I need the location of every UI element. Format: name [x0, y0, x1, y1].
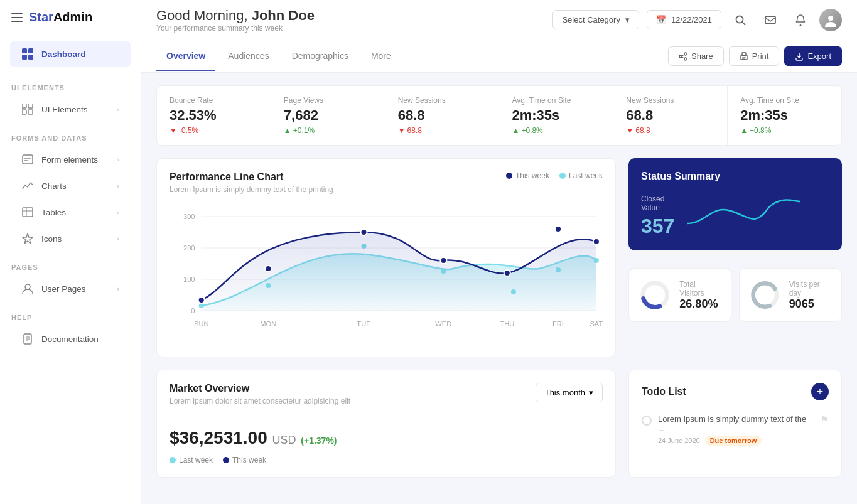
svg-rect-4	[22, 104, 26, 108]
sidebar-dashboard-label: Dashboard	[41, 50, 119, 59]
sidebar-item-ui-elements[interactable]: UI Elements ›	[10, 97, 131, 122]
arrow-up-icon: ▲	[512, 126, 519, 135]
stat-avg-time-2: Avg. Time on Site 2m:35s ▲ +0.8%	[728, 86, 841, 145]
svg-text:200: 200	[183, 244, 195, 252]
sidebar-tables-label: Tables	[41, 208, 109, 217]
nav-section-pages: PAGES	[0, 252, 141, 275]
print-icon	[740, 52, 748, 61]
page-content: Bounce Rate 32.53% ▼ -0.5% Page Views 7,…	[141, 73, 857, 504]
arrow-down-icon: ▼	[170, 126, 177, 135]
status-mini-chart	[687, 192, 800, 236]
export-button[interactable]: Export	[784, 46, 842, 66]
svg-text:300: 300	[183, 213, 195, 220]
todo-title: Todo List	[642, 386, 686, 397]
tab-more[interactable]: More	[361, 42, 401, 71]
svg-rect-3	[28, 55, 33, 60]
svg-rect-7	[28, 110, 33, 114]
legend-last-week: Last week	[559, 171, 603, 180]
visits-per-day-info: Visits per day 9065	[789, 280, 831, 311]
svg-rect-11	[23, 208, 33, 217]
market-title: Market Overview	[170, 383, 350, 394]
arrow-up-icon: ▲	[740, 126, 748, 135]
legend-dot-last-week	[559, 173, 566, 179]
svg-point-28	[684, 58, 687, 60]
mail-icon-button[interactable]	[759, 9, 782, 31]
stat-page-views: Page Views 7,682 ▲ +0.1%	[271, 86, 385, 145]
tab-overview[interactable]: Overview	[156, 42, 215, 71]
chart-subtitle: Lorem Ipsum is simply dummy text of the …	[170, 185, 333, 194]
market-filter-dropdown[interactable]: This month ▾	[536, 383, 603, 402]
sidebar-charts-label: Charts	[41, 181, 109, 191]
search-icon-button[interactable]	[729, 9, 752, 31]
svg-text:FRI: FRI	[552, 320, 564, 328]
user-icon	[21, 282, 34, 295]
legend-dot-this-week	[506, 173, 512, 179]
svg-text:TUE: TUE	[357, 320, 370, 328]
sidebar-item-form-elements[interactable]: Form elements ›	[10, 147, 131, 172]
stat-change-bounce: ▼ -0.5%	[170, 126, 258, 135]
share-button[interactable]: Share	[668, 46, 724, 66]
chevron-right-icon: ›	[117, 208, 119, 216]
brand-logo: StarAdmin	[29, 10, 92, 24]
sidebar-item-dashboard[interactable]: Dashboard	[10, 41, 131, 67]
sidebar-item-charts[interactable]: Charts ›	[10, 173, 131, 198]
svg-point-25	[828, 16, 833, 21]
mini-cards-row: Total Visitors 26.80% Visits per day 906…	[628, 268, 842, 322]
svg-text:WED: WED	[435, 320, 451, 328]
svg-marker-14	[23, 233, 33, 244]
doc-icon	[21, 333, 34, 345]
svg-rect-8	[23, 155, 33, 164]
performance-chart-card: Performance Line Chart Lorem Ipsum is si…	[156, 158, 616, 357]
status-value: 357	[641, 215, 674, 238]
share-icon	[679, 52, 687, 61]
chevron-right-icon: ›	[117, 182, 119, 190]
todo-header: Todo List +	[642, 383, 829, 400]
user-avatar[interactable]	[819, 9, 842, 31]
nav-section-forms: FORMS AND DATAS	[0, 123, 141, 146]
legend-last-week-market: Last week	[170, 456, 213, 464]
svg-point-50	[198, 297, 205, 303]
svg-text:0: 0	[191, 307, 195, 314]
date-picker[interactable]: 📅 12/22/2021	[647, 10, 721, 29]
svg-point-52	[360, 229, 367, 235]
mail-icon	[765, 14, 776, 26]
sidebar-item-tables[interactable]: Tables ›	[10, 200, 131, 225]
tab-audiences[interactable]: Audiences	[218, 42, 279, 71]
topbar-actions: Select Category ▾ 📅 12/22/2021	[552, 9, 842, 31]
sidebar-item-user-pages[interactable]: User Pages ›	[10, 276, 131, 301]
stat-change-page-views: ▲ +0.1%	[284, 126, 372, 135]
svg-rect-6	[22, 110, 26, 114]
stat-change-avg-time-2: ▲ +0.8%	[740, 126, 829, 135]
tab-bar: Overview Audiences Demographics More Sha…	[141, 40, 857, 73]
arrow-down-icon: ▼	[398, 126, 406, 135]
svg-line-29	[682, 55, 684, 56]
todo-radio[interactable]	[642, 416, 652, 426]
status-summary-title: Status Summary	[641, 171, 829, 182]
tab-demographics[interactable]: Demographics	[282, 42, 358, 71]
greeting-text: Good Morning, John Doe	[156, 8, 542, 24]
form-icon	[21, 153, 34, 166]
sidebar-item-documentation[interactable]: Documentation	[10, 326, 131, 351]
todo-add-button[interactable]: +	[811, 383, 829, 400]
arrow-up-icon: ▲	[284, 126, 291, 135]
svg-text:100: 100	[183, 276, 195, 283]
arrow-down-icon: ▼	[626, 126, 633, 135]
stat-change-sessions-2: ▼ 68.8	[626, 126, 714, 135]
topbar-greeting: Good Morning, John Doe Your performance …	[156, 8, 542, 33]
notification-icon-button[interactable]	[789, 9, 812, 31]
market-overview-card: Market Overview Lorem ipsum dolor sit am…	[156, 370, 616, 478]
svg-rect-22	[765, 16, 775, 24]
stat-change-sessions: ▼ 68.8	[398, 126, 487, 135]
print-button[interactable]: Print	[729, 46, 780, 66]
select-category-dropdown[interactable]: Select Category ▾	[552, 10, 639, 29]
sidebar-ui-elements-label: UI Elements	[41, 105, 109, 114]
stat-new-sessions: New Sessions 68.8 ▼ 68.8	[385, 86, 500, 145]
sidebar-item-icons[interactable]: Icons ›	[10, 226, 131, 251]
grid-icon	[21, 103, 34, 115]
sidebar-header: StarAdmin	[0, 0, 141, 35]
svg-text:SAT: SAT	[590, 320, 603, 328]
hamburger-menu[interactable]	[11, 13, 23, 22]
chevron-down-icon: ▾	[625, 15, 630, 24]
stat-change-avg-time: ▲ +0.8%	[512, 126, 600, 135]
todo-flag-icon[interactable]: ⚑	[821, 414, 829, 424]
